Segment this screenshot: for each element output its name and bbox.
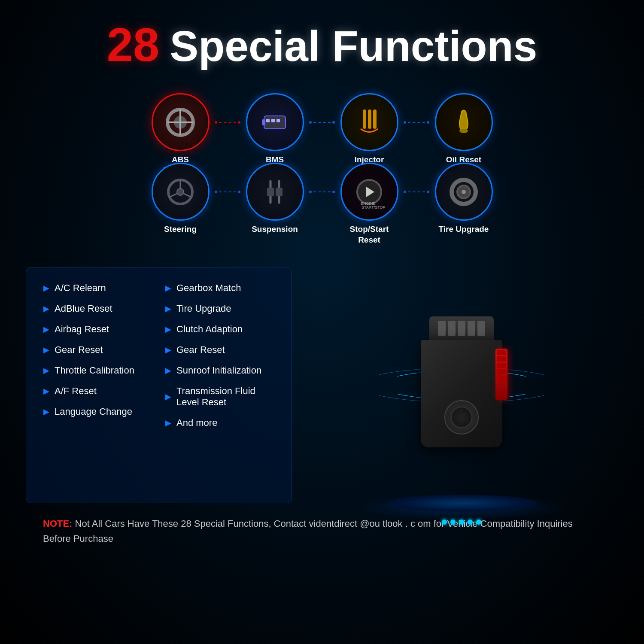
arrow-icon: ▶	[43, 325, 49, 334]
title-text: Special Functions	[170, 22, 538, 70]
obd-connector-port	[429, 316, 494, 340]
list-item-label: Gear Reset	[55, 344, 103, 355]
list-item-label: A/C Relearn	[55, 283, 106, 294]
tire-upgrade-label: Tire Upgrade	[439, 224, 489, 235]
note-keyword: NOTE:	[43, 518, 72, 529]
arrow-icon: ▶	[165, 418, 171, 428]
functions-list-panel: ▶ A/C Relearn ▶ AdBlue Reset ▶ Airbag Re…	[26, 267, 292, 503]
svg-point-14	[177, 188, 184, 195]
svg-line-16	[170, 194, 177, 197]
abs-bleeding-circle	[152, 93, 210, 151]
functions-row2: Steering Suspension	[26, 163, 618, 245]
list-item-label: Gearbox Match	[176, 283, 241, 294]
list-item-and-more: ▶ And more	[165, 417, 274, 428]
platform	[386, 495, 537, 512]
obd-device	[414, 316, 509, 454]
title-number: 28	[107, 18, 159, 71]
arrow-icon: ▶	[43, 304, 49, 313]
arrow-icon: ▶	[165, 304, 171, 313]
injector-coding-circle	[340, 93, 398, 151]
list-item-label: Sunroof Initialization	[176, 365, 261, 376]
func-oil-reset: Oil Reset	[429, 93, 498, 165]
list-item-label: And more	[176, 417, 217, 428]
oil-reset-circle	[435, 93, 493, 151]
func-suspension: Suspension	[240, 163, 309, 235]
list-item-gearbox: ▶ Gearbox Match	[165, 283, 274, 294]
note-text: NOTE: Not All Cars Have These 28 Special…	[43, 516, 601, 546]
obd-red-accent	[495, 349, 507, 400]
obd-main-body	[421, 340, 502, 447]
svg-point-12	[459, 129, 468, 133]
arrow-icon: ▶	[43, 407, 49, 416]
func-stop-start: ENGINE START/STOP Stop/StartReset	[335, 163, 404, 245]
tire-upgrade-circle	[435, 163, 493, 221]
arrow-icon: ▶	[43, 386, 49, 396]
list-item-label: AdBlue Reset	[55, 303, 112, 314]
list-item-af-reset: ▶ A/F Reset	[43, 386, 152, 397]
list-item-adblue: ▶ AdBlue Reset	[43, 303, 152, 314]
svg-rect-10	[368, 109, 371, 129]
steering-circle	[152, 163, 210, 221]
list-item-gear-reset: ▶ Gear Reset	[43, 344, 152, 355]
svg-rect-6	[266, 119, 270, 122]
arrow-icon: ▶	[43, 366, 49, 375]
list-item-label: Gear Reset	[176, 344, 225, 355]
list-item-clutch: ▶ Clutch Adaption	[165, 324, 274, 335]
glow-dots	[442, 519, 481, 525]
list-column-right: ▶ Gearbox Match ▶ Tire Upgrade ▶ Clutch …	[165, 283, 274, 438]
list-item-throttle: ▶ Throttle Calibration	[43, 365, 152, 376]
list-item-transmission: ▶ Transmission Fluid Level Reset	[165, 386, 274, 408]
top-functions: ABSBleeding BMSR	[26, 93, 618, 246]
list-item-label: Language Change	[55, 406, 132, 417]
note-body: Not All Cars Have These 28 Special Funct…	[43, 518, 573, 544]
list-item-label: A/F Reset	[55, 386, 97, 397]
arrow-icon: ▶	[165, 325, 171, 334]
suspension-label: Suspension	[252, 224, 298, 235]
svg-rect-20	[267, 188, 274, 196]
arrow-icon: ▶	[165, 392, 171, 401]
arrow-icon: ▶	[165, 366, 171, 375]
arrow-icon: ▶	[165, 283, 171, 293]
page-title: 28 Special Functions	[26, 17, 618, 72]
func-steering: Steering	[146, 163, 215, 235]
stop-start-label: Stop/StartReset	[350, 224, 389, 245]
list-item-label: Throttle Calibration	[55, 365, 134, 376]
device-wrapper	[376, 267, 547, 503]
list-item-gear-reset2: ▶ Gear Reset	[165, 344, 274, 355]
list-column-left: ▶ A/C Relearn ▶ AdBlue Reset ▶ Airbag Re…	[43, 283, 152, 438]
list-item-label: Transmission Fluid Level Reset	[176, 386, 274, 408]
list-item-language: ▶ Language Change	[43, 406, 152, 417]
arrow-icon: ▶	[43, 345, 49, 355]
svg-text:START/STOP: START/STOP	[361, 205, 386, 209]
svg-rect-7	[271, 119, 275, 122]
list-item-label: Tire Upgrade	[176, 303, 231, 314]
bms-reset-circle	[246, 93, 304, 151]
svg-rect-8	[276, 119, 280, 122]
svg-rect-11	[373, 109, 377, 129]
list-item-tire-upgrade2: ▶ Tire Upgrade	[165, 303, 274, 314]
obd-speaker	[444, 400, 479, 434]
svg-rect-9	[363, 109, 366, 129]
arrow-icon: ▶	[165, 345, 171, 355]
note-section: NOTE: Not All Cars Have These 28 Special…	[26, 516, 618, 546]
stop-start-circle: ENGINE START/STOP	[340, 163, 398, 221]
svg-line-17	[184, 194, 191, 197]
suspension-circle	[246, 163, 304, 221]
list-item-ac-relearn: ▶ A/C Relearn	[43, 283, 152, 294]
list-item-label: Airbag Reset	[55, 324, 109, 335]
steering-label: Steering	[164, 224, 197, 235]
list-item-airbag: ▶ Airbag Reset	[43, 324, 152, 335]
list-columns: ▶ A/C Relearn ▶ AdBlue Reset ▶ Airbag Re…	[43, 283, 274, 438]
device-area	[305, 267, 618, 503]
svg-rect-5	[262, 119, 265, 125]
arrow-icon: ▶	[43, 283, 49, 293]
bottom-section: ▶ A/C Relearn ▶ AdBlue Reset ▶ Airbag Re…	[26, 267, 618, 503]
list-item-sunroof: ▶ Sunroof Initialization	[165, 365, 274, 376]
svg-point-27	[462, 190, 466, 194]
list-item-label: Clutch Adaption	[176, 324, 243, 335]
svg-rect-21	[276, 188, 283, 196]
func-tire-upgrade: Tire Upgrade	[429, 163, 498, 235]
